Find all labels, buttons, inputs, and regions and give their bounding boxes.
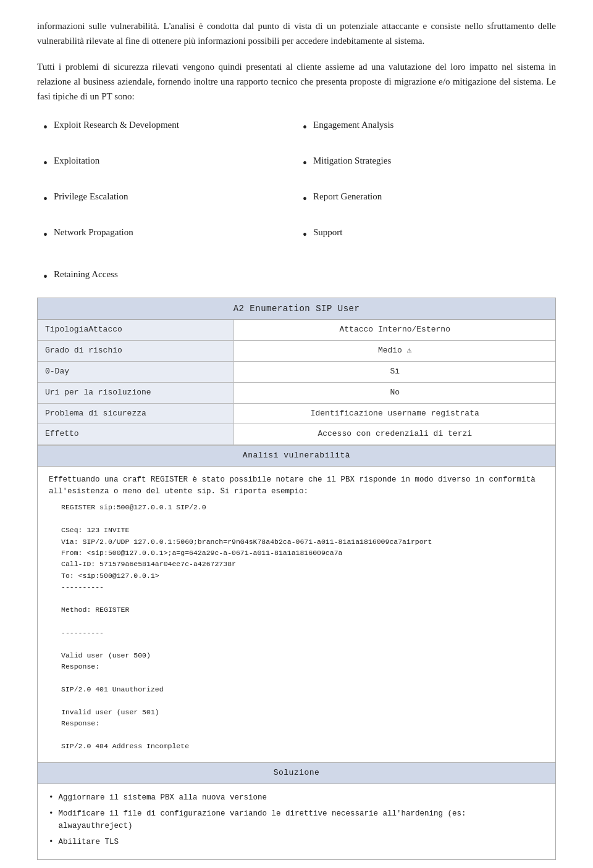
table-row: 0-Day Sì [38, 362, 555, 383]
analysis-content: Effettuando una craft REGISTER è stato p… [38, 467, 555, 762]
code-line: ---------- [61, 582, 544, 593]
solution-item: •Aggiornare il sistema PBX alla nuova ve… [49, 791, 544, 804]
analysis-header: Analisi vulnerabilità [38, 445, 555, 467]
code-line [61, 616, 544, 627]
solution-item: •Abilitare TLS [49, 836, 544, 848]
table-row: Grado di rischio Medio ⚠ [38, 341, 555, 362]
row-label: Uri per la risoluzione [38, 383, 234, 403]
table-row: TipologiaAttacco Attacco Interno/Esterno [38, 320, 555, 341]
bullet-icon: • [43, 119, 48, 136]
bullet-icon: • [43, 190, 48, 207]
code-line [61, 638, 544, 649]
list-item: • Exploit Research & Development [43, 117, 296, 136]
table-row: Problema di sicurezza Identificazione us… [38, 404, 555, 425]
analysis-text: Effettuando una craft REGISTER è stato p… [49, 474, 544, 498]
row-label: 0-Day [38, 362, 234, 382]
table-title: A2 Enumeration SIP User [38, 298, 555, 320]
bullet-icon: • [303, 119, 307, 136]
phase-label: Exploit Research & Development [54, 117, 179, 132]
solution-text: Aggiornare il sistema PBX alla nuova ver… [59, 791, 267, 804]
bullet-icon: • [43, 268, 48, 285]
solution-text: Abilitare TLS [59, 836, 119, 848]
phases-left-col: • Exploit Research & Development • Explo… [37, 117, 296, 261]
code-line: REGISTER sip:500@127.0.0.1 SIP/2.0 [61, 502, 544, 513]
solution-item: •Modificare il file di configurazione va… [49, 807, 544, 832]
code-line: Via: SIP/2.0/UDP 127.0.0.1:5060;branch=r… [61, 536, 544, 548]
code-line: Response: [61, 661, 544, 672]
code-line: Response: [61, 718, 544, 729]
list-item: • Mitigation Strategies [303, 153, 556, 172]
bullet-icon: • [43, 154, 48, 172]
main-paragraph: Tutti i problemi di sicurezza rilevati v… [37, 59, 556, 104]
code-line: Invalid user (user 501) [61, 707, 544, 718]
code-line: CSeq: 123 INVITE [61, 525, 544, 536]
intro-paragraph1: informazioni sulle vulnerabilità. L'anal… [37, 19, 556, 48]
bullet-icon: • [49, 791, 54, 804]
solution-header: Soluzione [38, 762, 555, 784]
retaining-label: Retaining Access [54, 267, 118, 285]
code-line [61, 514, 544, 525]
row-value: Identificazione username registrata [234, 404, 555, 424]
bullet-icon: • [43, 226, 48, 243]
phases-right-col: • Engagement Analysis • Mitigation Strat… [296, 117, 556, 261]
phase-label: Engagement Analysis [313, 117, 393, 132]
row-value: Sì [234, 362, 555, 382]
code-line: ---------- [61, 627, 544, 638]
bullet-icon: • [303, 154, 307, 172]
bullet-icon: • [303, 226, 307, 243]
code-line: To: <sip:500@127.0.0.1> [61, 570, 544, 582]
code-line: SIP/2.0 484 Address Incomplete [61, 741, 544, 752]
phase-label: Support [313, 225, 343, 240]
bullet-icon: • [303, 190, 307, 207]
solution-text: Modificare il file di configurazione var… [59, 807, 544, 832]
phase-label: Network Propagation [54, 225, 133, 240]
code-line [61, 695, 544, 706]
code-line: SIP/2.0 401 Unauthorized [61, 684, 544, 695]
list-item: • Report Generation [303, 189, 556, 207]
phases-list: • Exploit Research & Development • Explo… [37, 117, 556, 261]
code-block: REGISTER sip:500@127.0.0.1 SIP/2.0 CSeq:… [61, 502, 544, 752]
code-line: From: <sip:500@127.0.0.1>;a=g=642a29c-a-… [61, 548, 544, 559]
code-line: Valid user (user 500) [61, 650, 544, 661]
row-value: Accesso con credenziali di terzi [234, 424, 555, 444]
bullet-icon: • [49, 807, 54, 820]
row-value: Attacco Interno/Esterno [234, 320, 555, 340]
list-item: • Network Propagation [43, 225, 296, 243]
row-label: Grado di rischio [38, 341, 234, 361]
table-row: Uri per la risoluzione No [38, 383, 555, 404]
row-value: No [234, 383, 555, 403]
phase-label: Report Generation [313, 189, 382, 204]
code-line: Method: REGISTER [61, 604, 544, 616]
list-item: • Support [303, 225, 556, 243]
table-row: Effetto Accesso con credenziali di terzi [38, 424, 555, 445]
code-line: Call-ID: 571579a6e5814ar04ee7c-a42672738… [61, 559, 544, 570]
row-label: Problema di sicurezza [38, 404, 234, 424]
phase-label: Exploitation [54, 153, 99, 168]
phase-label: Privilege Escalation [54, 189, 128, 204]
row-label: TipologiaAttacco [38, 320, 234, 340]
bullet-icon: • [49, 836, 54, 848]
retaining-access-item: • Retaining Access [37, 267, 556, 285]
code-line [61, 729, 544, 740]
list-item: • Exploitation [43, 153, 296, 172]
report-table: A2 Enumeration SIP User TipologiaAttacco… [37, 298, 556, 860]
row-value: Medio ⚠ [234, 341, 555, 361]
phase-label: Mitigation Strategies [313, 153, 391, 168]
row-label: Effetto [38, 424, 234, 444]
list-item: • Privilege Escalation [43, 189, 296, 207]
code-line [61, 672, 544, 683]
solution-content: •Aggiornare il sistema PBX alla nuova ve… [38, 784, 555, 859]
code-line [61, 593, 544, 604]
list-item: • Engagement Analysis [303, 117, 556, 136]
